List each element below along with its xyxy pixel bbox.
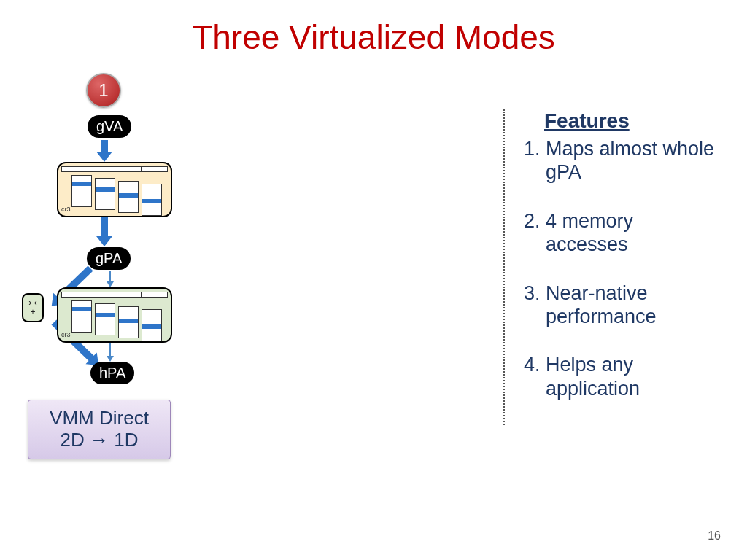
feature-item: Maps almost whole gPA [546, 137, 715, 184]
mode-diagram: 1 gVA cr3 gPA [15, 73, 190, 481]
pt-top-strip-2 [61, 292, 168, 298]
node-hpa: hPA [90, 362, 134, 384]
mode-caption-line2: 2D → 1D [61, 429, 139, 451]
feature-item: Helps any application [546, 353, 715, 400]
slide: Three Virtualized Modes 1 gVA cr3 [0, 0, 747, 560]
features-list: Maps almost whole gPA 4 memory accesses … [524, 137, 715, 400]
mode-number-badge: 1 [86, 73, 121, 108]
direct-map-icon: › ‹+ [22, 293, 44, 322]
features-panel: Features Maps almost whole gPA 4 memory … [503, 109, 715, 425]
page-number: 16 [708, 529, 721, 542]
cr3-label-2: cr3 [61, 331, 71, 338]
feature-item: 4 memory accesses [546, 209, 715, 257]
mode-caption-line1: VMM Direct [50, 407, 149, 429]
features-heading: Features [544, 109, 715, 133]
pagetable-guest: cr3 [57, 162, 172, 217]
node-gpa: gPA [87, 247, 131, 270]
pagetable-host: cr3 [57, 287, 172, 343]
feature-item: Near-native performance [546, 281, 715, 329]
mode-caption-box: VMM Direct 2D → 1D [28, 400, 171, 459]
slide-title: Three Virtualized Modes [0, 18, 747, 57]
cr3-label-1: cr3 [61, 206, 71, 213]
pt-top-strip [61, 166, 168, 172]
node-gva: gVA [88, 115, 131, 138]
